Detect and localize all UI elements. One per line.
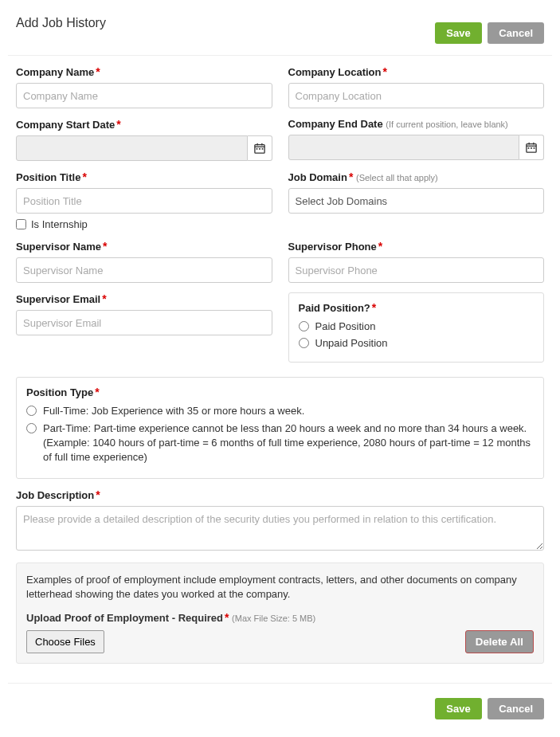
cancel-button-bottom[interactable]: Cancel [488,698,544,719]
start-date-label: Company Start Date* [16,118,272,131]
paid-position-label: Paid Position?* [299,301,535,314]
svg-rect-6 [261,148,263,150]
company-name-label: Company Name* [16,65,272,78]
svg-rect-13 [534,147,535,149]
company-location-input[interactable] [288,83,545,108]
paid-position-radio[interactable] [299,321,309,331]
supervisor-phone-label: Supervisor Phone* [288,240,545,253]
supervisor-name-label: Supervisor Name* [16,240,272,253]
end-date-label: Company End Date (If current position, l… [288,118,545,130]
svg-rect-9 [529,143,530,145]
full-time-radio[interactable] [26,406,37,416]
end-date-picker-button[interactable] [519,135,544,160]
job-domain-select[interactable]: Select Job Domains [288,188,545,214]
svg-rect-2 [257,143,257,146]
delete-all-button[interactable]: Delete All [465,630,534,653]
save-button-bottom[interactable]: Save [435,698,481,719]
upload-section: Examples of proof of employment include … [16,563,544,664]
start-date-input[interactable] [16,135,248,161]
is-internship-label: Is Internship [31,218,88,230]
svg-rect-5 [259,148,260,150]
calendar-icon [254,143,265,154]
unpaid-position-radio[interactable] [299,338,309,348]
svg-rect-11 [528,147,530,149]
job-description-label: Job Description* [16,488,544,501]
start-date-picker-button[interactable] [248,135,272,161]
part-time-option-label: Part-Time: Part-time experience cannot b… [43,421,534,465]
position-type-label: Position Type* [26,386,534,398]
position-title-label: Position Title* [16,171,272,183]
choose-files-button[interactable]: Choose Files [26,630,104,653]
cancel-button-top[interactable]: Cancel [488,22,544,44]
position-title-input[interactable] [16,188,272,214]
supervisor-name-input[interactable] [16,257,272,283]
supervisor-email-input[interactable] [16,310,272,335]
svg-rect-4 [256,148,257,150]
company-location-label: Company Location* [288,65,545,78]
job-description-textarea[interactable] [16,506,544,551]
svg-rect-12 [531,147,532,149]
svg-rect-10 [533,143,534,145]
position-type-group: Position Type* Full-Time: Job Experience… [16,377,544,479]
supervisor-phone-input[interactable] [288,257,545,283]
paid-position-group: Paid Position?* Paid Position Unpaid Pos… [288,292,545,363]
divider [8,55,552,56]
is-internship-checkbox[interactable] [16,219,26,229]
company-name-input[interactable] [16,83,272,108]
full-time-option-label: Full-Time: Job Experience with 35 or mor… [43,405,304,417]
unpaid-position-option-label: Unpaid Position [315,337,388,349]
upload-description: Examples of proof of employment include … [26,573,534,602]
paid-position-option-label: Paid Position [315,320,376,332]
supervisor-email-label: Supervisor Email* [16,292,272,305]
save-button-top[interactable]: Save [435,22,481,44]
upload-label: Upload Proof of Employment - Required* (… [26,611,534,624]
calendar-icon [526,142,537,153]
svg-rect-3 [261,143,262,146]
part-time-radio[interactable] [26,423,37,433]
end-date-input[interactable] [288,135,520,160]
job-domain-label: Job Domain* (Select all that apply) [288,171,545,183]
